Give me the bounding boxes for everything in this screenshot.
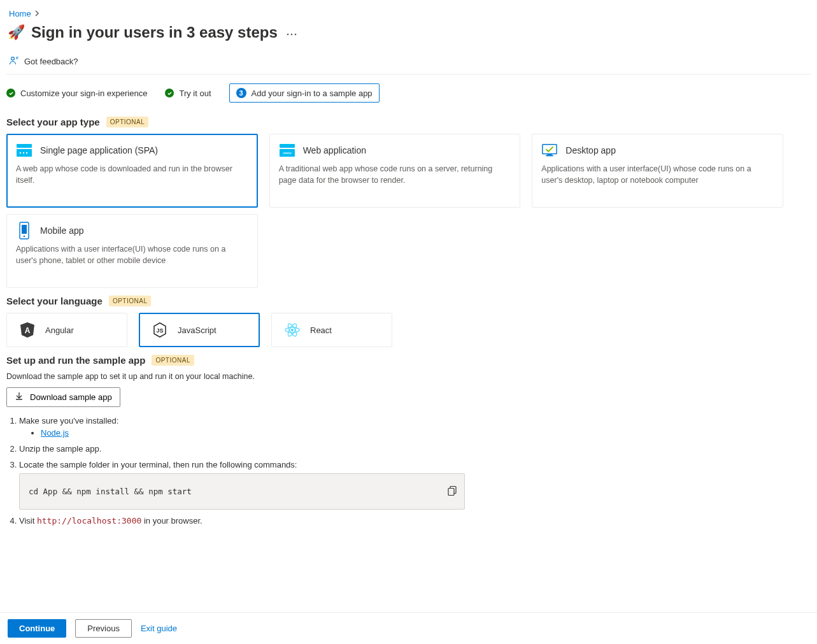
step-3-current[interactable]: 3 Add your sign-in to a sample app <box>229 83 380 103</box>
nodejs-link[interactable]: Node.js <box>41 428 69 438</box>
setup-step-3-text: Locate the sample folder in your termina… <box>19 460 297 469</box>
stepper: Customize your sign-in experience Try it… <box>6 83 811 103</box>
card-title: Desktop app <box>565 145 616 155</box>
mobile-app-icon <box>16 224 32 238</box>
download-sample-button[interactable]: Download sample app <box>6 387 120 407</box>
localhost-url: http://localhost:3000 <box>37 516 141 526</box>
copy-button[interactable] <box>448 485 458 497</box>
app-type-card-spa[interactable]: Single page application (SPA) A web app … <box>6 134 258 208</box>
card-desc: Applications with a user interface(UI) w… <box>541 164 774 186</box>
language-title: Select your language <box>6 296 103 306</box>
svg-point-0 <box>287 33 289 35</box>
app-type-card-web[interactable]: www Web application A traditional web ap… <box>269 134 521 208</box>
step-3-number: 3 <box>236 88 246 98</box>
step-1-label: Customize your sign-in experience <box>20 89 147 98</box>
language-grid: A Angular JS JavaScript React <box>6 313 811 347</box>
svg-text:JS: JS <box>156 327 163 334</box>
optional-badge: OPTIONAL <box>109 296 152 306</box>
card-title: Web application <box>303 145 366 155</box>
card-title: Mobile app <box>40 225 84 236</box>
card-title: Single page application (SPA) <box>40 145 158 155</box>
setup-steps: Make sure you've installed: Node.js Unzi… <box>6 416 811 526</box>
setup-step-4-suffix: in your browser. <box>141 516 202 526</box>
app-type-title: Select your app type <box>6 117 100 127</box>
breadcrumb: Home <box>9 9 811 18</box>
setup-step-4: Visit http://localhost:3000 in your brow… <box>19 516 811 526</box>
optional-badge: OPTIONAL <box>152 355 194 366</box>
step-2-done: Try it out <box>165 89 211 98</box>
step-1-done: Customize your sign-in experience <box>6 89 147 98</box>
download-icon <box>15 392 24 403</box>
language-card-angular[interactable]: A Angular <box>6 313 127 347</box>
svg-point-2 <box>295 33 297 35</box>
svg-point-6 <box>20 152 21 154</box>
app-type-card-mobile[interactable]: Mobile app Applications with a user inte… <box>6 214 258 288</box>
setup-step-3: Locate the sample folder in your termina… <box>19 460 811 510</box>
download-button-label: Download sample app <box>30 392 112 402</box>
language-label: React <box>310 326 332 335</box>
app-type-card-desktop[interactable]: Desktop app Applications with a user int… <box>532 134 783 208</box>
svg-rect-14 <box>546 155 553 156</box>
svg-text:A: A <box>25 326 31 335</box>
code-text: cd App && npm install && npm start <box>29 487 192 496</box>
feedback-bar[interactable]: Got feedback? <box>6 49 811 75</box>
setup-step-1-text: Make sure you've installed: <box>19 416 118 426</box>
page-title: Sign in your users in 3 easy steps <box>31 24 278 41</box>
language-label: Angular <box>45 326 74 335</box>
setup-subtext: Download the sample app to set it up and… <box>6 372 811 381</box>
svg-rect-9 <box>280 144 295 148</box>
svg-rect-13 <box>548 154 552 155</box>
svg-point-1 <box>291 33 293 35</box>
optional-badge: OPTIONAL <box>106 117 149 127</box>
app-type-heading: Select your app type OPTIONAL <box>6 117 811 127</box>
svg-rect-16 <box>22 225 27 234</box>
setup-title: Set up and run the sample app <box>6 355 145 366</box>
language-label: JavaScript <box>178 326 217 335</box>
setup-step-4-prefix: Visit <box>19 516 37 526</box>
card-desc: A web app whose code is downloaded and r… <box>16 164 248 186</box>
code-block: cd App && npm install && npm start <box>19 473 465 510</box>
svg-point-17 <box>24 236 25 238</box>
language-card-javascript[interactable]: JS JavaScript <box>139 313 260 347</box>
svg-point-20 <box>291 329 294 331</box>
svg-point-7 <box>23 152 24 154</box>
breadcrumb-home-link[interactable]: Home <box>9 9 31 18</box>
feedback-label: Got feedback? <box>24 57 78 66</box>
setup-step-2: Unzip the sample app. <box>19 444 811 454</box>
step-3-label: Add your sign-in to a sample app <box>252 89 373 98</box>
svg-rect-25 <box>448 488 454 495</box>
feedback-person-icon <box>9 55 19 68</box>
rocket-icon: 🚀 <box>8 25 25 39</box>
svg-text:www: www <box>282 151 292 155</box>
react-icon <box>283 321 301 339</box>
page-title-row: 🚀 Sign in your users in 3 easy steps <box>8 24 811 41</box>
chevron-right-icon <box>35 9 40 18</box>
svg-point-3 <box>11 57 15 61</box>
language-heading: Select your language OPTIONAL <box>6 296 811 306</box>
web-app-icon: www <box>279 143 295 157</box>
card-desc: A traditional web app whose code runs on… <box>279 164 511 186</box>
card-desc: Applications with a user interface(UI) w… <box>16 244 248 266</box>
svg-rect-12 <box>543 145 557 154</box>
setup-heading: Set up and run the sample app OPTIONAL <box>6 355 811 366</box>
desktop-app-icon <box>541 143 558 157</box>
setup-step-1: Make sure you've installed: Node.js <box>19 416 811 438</box>
angular-icon: A <box>18 321 36 339</box>
more-actions-button[interactable] <box>284 25 299 40</box>
spa-icon <box>16 143 32 157</box>
check-circle-icon <box>6 89 15 97</box>
check-circle-icon <box>165 89 174 97</box>
app-type-grid: Single page application (SPA) A web app … <box>6 134 783 208</box>
svg-point-8 <box>26 152 27 154</box>
javascript-icon: JS <box>151 321 169 339</box>
language-card-react[interactable]: React <box>271 313 392 347</box>
svg-rect-4 <box>17 144 32 148</box>
step-2-label: Try it out <box>179 89 211 98</box>
